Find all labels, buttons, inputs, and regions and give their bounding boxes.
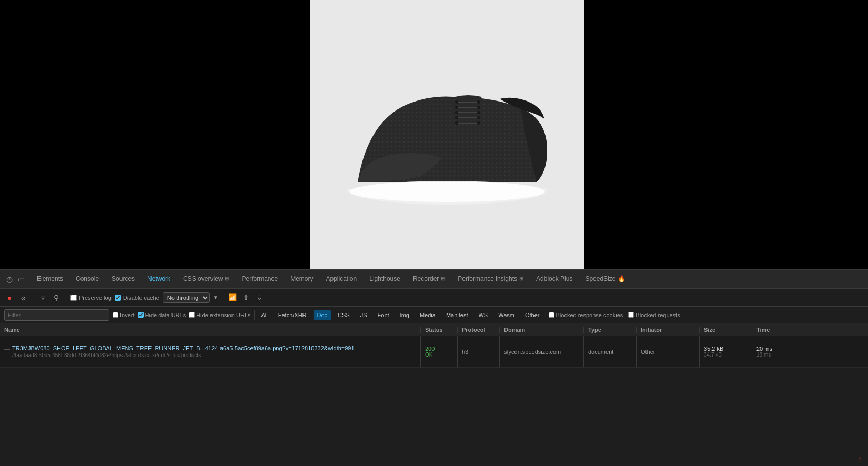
performance-insights-icon: ⊞ [519,276,523,281]
search-icon[interactable]: ⚲ [51,292,62,303]
svg-point-15 [455,121,458,125]
svg-point-14 [477,116,480,119]
clear-button[interactable]: ⌀ [18,292,28,303]
disable-cache-label[interactable]: Disable cache [115,295,159,301]
col-header-protocol[interactable]: Protocol [458,327,500,333]
request-name-cell: — TR3MJBW080_SHOE_LEFT_GLOBAL_MENS_TREE_… [0,336,421,367]
wifi-icon[interactable]: 📶 [227,292,238,303]
devtools-control-icons: ◴ ▭ [4,274,26,285]
preserve-log-checkbox[interactable] [70,295,77,301]
hide-extension-urls-label[interactable]: Hide extension URLs [189,312,250,318]
viewport [0,0,868,269]
time-latency: 18 ms [756,352,801,358]
status-text: OK [425,352,453,358]
preserve-log-label[interactable]: Preserve log [70,295,112,301]
type-btn-media[interactable]: Media [416,310,439,320]
invert-label[interactable]: Invert [113,312,135,318]
svg-point-11 [455,111,458,114]
tab-speedsize[interactable]: SpeedSize 🔥 [579,270,631,289]
network-toolbar: ● ⌀ ▿ ⚲ Preserve log Disable cache No th… [0,289,868,307]
tab-network[interactable]: Network [141,270,177,289]
svg-point-10 [477,106,480,109]
type-btn-wasm[interactable]: Wasm [494,310,518,320]
request-protocol-cell: h3 [458,336,500,367]
tab-elements[interactable]: Elements [31,270,69,289]
tab-lighthouse[interactable]: Lighthouse [363,270,407,289]
col-header-domain[interactable]: Domain [500,327,584,333]
blocked-response-cookies-label[interactable]: Blocked response cookies [549,312,623,318]
tab-performance-insights[interactable]: Performance insights ⊞ [451,270,530,289]
type-btn-js[interactable]: JS [357,310,371,320]
type-btn-fetch-xhr[interactable]: Fetch/XHR [275,310,310,320]
request-domain-cell: sfycdn.speedsize.com [500,336,584,367]
svg-point-17 [350,181,544,202]
svg-point-7 [455,100,458,104]
type-btn-ws[interactable]: WS [475,310,491,320]
col-header-time[interactable]: Time [752,327,805,333]
invert-checkbox[interactable] [113,312,118,318]
request-status-cell: 200 OK [421,336,458,367]
throttle-select[interactable]: No throttling Fast 3G Slow 3G Offline [163,292,210,303]
import-har-icon[interactable]: ⇩ [255,292,265,303]
request-filename: TR3MJBW080_SHOE_LEFT_GLOBAL_MENS_TREE_RU… [12,345,355,351]
inspect-element-icon[interactable]: ◴ [4,274,15,285]
svg-point-13 [455,116,458,119]
tab-console[interactable]: Console [69,270,105,289]
svg-point-16 [477,121,480,125]
hide-extension-urls-checkbox[interactable] [189,312,195,318]
tab-performance[interactable]: Performance [235,270,284,289]
col-header-size[interactable]: Size [700,327,752,333]
blocked-response-cookies-checkbox[interactable] [549,312,554,318]
devtools-tab-bar: ◴ ▭ Elements Console Sources Network CSS… [0,270,868,289]
type-btn-doc[interactable]: Doc [314,310,331,320]
blocked-requests-checkbox[interactable] [628,312,634,318]
col-header-name[interactable]: Name [0,327,421,333]
size-transferred: 35.2 kB [704,346,748,352]
disable-cache-checkbox[interactable] [115,295,121,301]
request-type-cell: document [584,336,637,367]
tab-sources[interactable]: Sources [105,270,141,289]
throttle-arrow: ▼ [213,295,218,300]
request-time-cell: 20 ms 18 ms ↑ [752,336,805,367]
type-btn-other[interactable]: Other [521,310,543,320]
red-arrow-indicator: ↑ [857,454,862,464]
viewport-center [310,0,584,269]
viewport-left [0,0,310,269]
request-initiator-cell: Other [637,336,700,367]
record-button[interactable]: ● [4,292,15,303]
network-table: Name Status Protocol Domain Type Initiat… [0,323,868,466]
hide-data-urls-checkbox[interactable] [138,312,144,318]
devtools-panel: ◴ ▭ Elements Console Sources Network CSS… [0,269,868,466]
col-header-status[interactable]: Status [421,327,458,333]
recorder-icon: ⊞ [441,276,445,281]
viewport-right [584,0,868,269]
table-row[interactable]: — TR3MJBW080_SHOE_LEFT_GLOBAL_MENS_TREE_… [0,336,868,368]
request-path: /4aadaad8-50d5-458f-88dd-2f364bf4d82e/ht… [12,352,355,358]
type-btn-img[interactable]: Img [396,310,413,320]
tab-application[interactable]: Application [320,270,364,289]
filter-separator [254,310,255,320]
toolbar-separator-1 [33,292,33,303]
col-header-initiator[interactable]: Initiator [637,327,700,333]
tab-memory[interactable]: Memory [284,270,319,289]
type-btn-font[interactable]: Font [374,310,393,320]
table-header: Name Status Protocol Domain Type Initiat… [0,323,868,336]
filter-input[interactable] [4,309,109,321]
tab-css-overview[interactable]: CSS overview ⊞ [177,270,235,289]
tab-recorder[interactable]: Recorder ⊞ [407,270,451,289]
type-btn-manifest[interactable]: Manifest [442,310,472,320]
svg-point-8 [477,100,480,104]
blocked-requests-label[interactable]: Blocked requests [628,312,680,318]
svg-point-12 [477,111,480,114]
type-btn-css[interactable]: CSS [334,310,354,320]
size-resource: 34.7 kB [704,352,748,358]
export-har-icon[interactable]: ⇧ [241,292,251,303]
hide-data-urls-label[interactable]: Hide data URLs [138,312,186,318]
time-total: 20 ms [756,346,801,352]
tab-adblock-plus[interactable]: Adblock Plus [530,270,579,289]
svg-point-9 [455,106,458,109]
col-header-type[interactable]: Type [584,327,637,333]
type-btn-all[interactable]: All [258,310,271,320]
device-toolbar-icon[interactable]: ▭ [16,274,26,285]
filter-icon[interactable]: ▿ [37,292,48,303]
